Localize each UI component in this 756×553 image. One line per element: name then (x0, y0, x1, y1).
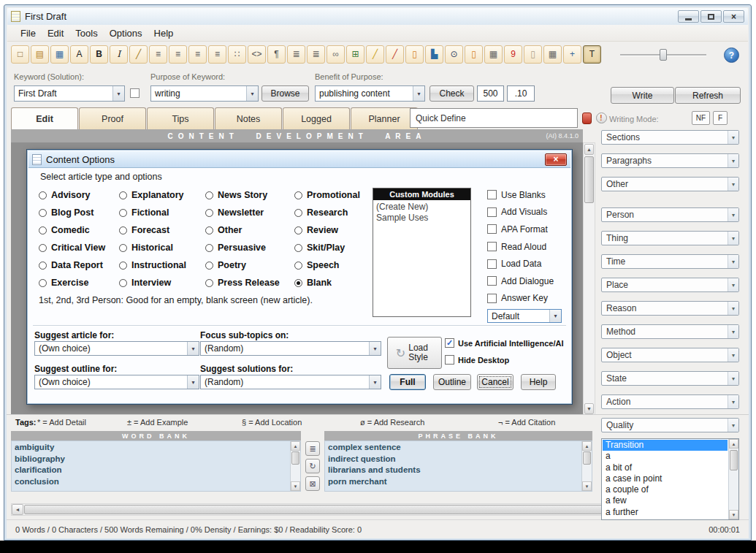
date-icon[interactable]: 9 (504, 45, 522, 64)
radio-instructional[interactable]: Instructional (119, 256, 205, 274)
checkbox-answer-key[interactable]: Answer Key (487, 290, 554, 308)
code-icon[interactable]: <> (248, 45, 266, 64)
scroll-up-icon[interactable]: ▲ (729, 439, 738, 449)
word-bank-item[interactable]: clarification (15, 465, 289, 476)
scroll-down-icon[interactable]: ▼ (729, 510, 738, 519)
table-icon[interactable]: ⊞ (346, 45, 364, 64)
purpose-dropdown[interactable]: writing ▾ (150, 85, 259, 102)
tab-tips[interactable]: Tips (147, 107, 214, 129)
radio-review[interactable]: Review (294, 221, 364, 239)
save-icon[interactable]: ▦ (50, 45, 69, 64)
radio-other[interactable]: Other (205, 221, 294, 239)
checkbox-read-aloud[interactable]: Read Aloud (487, 238, 554, 256)
sidebar-list-item[interactable]: a further (603, 507, 728, 518)
page-icon[interactable]: ▯ (405, 45, 424, 64)
sidebar-time[interactable]: Time▾ (601, 254, 739, 269)
sidebar-list-item[interactable]: a few (603, 495, 728, 506)
sidebar-list-item[interactable]: a bit of (603, 462, 728, 473)
radio-speech[interactable]: Speech (294, 256, 364, 274)
open-folder-icon[interactable]: ▤ (31, 45, 49, 64)
font-icon[interactable]: A (70, 45, 88, 64)
checkbox-add-dialogue[interactable]: Add Dialogue (487, 272, 554, 290)
scroll-thumb[interactable] (583, 451, 591, 465)
words-input[interactable]: 500 (477, 85, 504, 102)
phrase-bank-item[interactable]: indirect question (328, 454, 580, 465)
custom-modules-list[interactable]: (Create New)Sample Uses (373, 200, 470, 225)
radio-interview[interactable]: Interview (119, 274, 205, 291)
radio-advisory[interactable]: Advisory (39, 186, 119, 204)
justify-icon[interactable]: ≡ (208, 45, 226, 64)
radio-promotional[interactable]: Promotional (294, 186, 364, 204)
delete-icon[interactable]: ⊠ (305, 476, 320, 491)
focus-dropdown[interactable]: (Random) ▾ (200, 341, 381, 356)
radio-newsletter[interactable]: Newsletter (205, 204, 294, 221)
load-style-button[interactable]: ↻ Load Style (387, 337, 442, 369)
phrase-bank-item[interactable]: porn merchant (328, 476, 580, 488)
scroll-up-icon[interactable]: ▲ (291, 441, 300, 451)
word-bank-scrollbar[interactable]: ▲ ▼ (290, 441, 300, 491)
browse-button[interactable]: Browse (261, 85, 309, 102)
checkbox-load-data[interactable]: Load Data (487, 255, 554, 272)
menu-edit[interactable]: Edit (42, 26, 69, 40)
move-icon[interactable]: + (563, 45, 581, 64)
quick-define-input[interactable]: Quick Define (410, 108, 578, 128)
note-icon[interactable]: ▯ (465, 45, 483, 64)
cancel-button[interactable]: Cancel (477, 374, 513, 390)
search-icon[interactable]: ⊙ (445, 45, 463, 64)
sidebar-list-item[interactable]: a (603, 451, 728, 462)
sidebar-paragraphs[interactable]: Paragraphs▾ (601, 153, 739, 168)
radio-historical[interactable]: Historical (119, 239, 205, 256)
sidebar-list-item[interactable]: a couple of (603, 484, 728, 495)
radio-forecast[interactable]: Forecast (119, 221, 205, 239)
radio-poetry[interactable]: Poetry (205, 256, 294, 274)
radio-blog-post[interactable]: Blog Post (39, 204, 119, 221)
sidebar-other[interactable]: Other▾ (601, 177, 739, 191)
tab-notes[interactable]: Notes (215, 107, 282, 129)
ai-checkbox[interactable]: ✓ Use Artificial Intelligence/AI (445, 338, 563, 348)
new-document-icon[interactable]: □ (11, 45, 29, 64)
scroll-thumb[interactable] (584, 156, 594, 203)
sidebar-person[interactable]: Person▾ (601, 207, 739, 222)
scroll-up-icon[interactable]: ▲ (582, 441, 592, 451)
module-item[interactable]: Sample Uses (376, 213, 467, 224)
radio-persuasive[interactable]: Persuasive (205, 239, 294, 256)
italic-icon[interactable]: I (110, 45, 128, 64)
radio-exercise[interactable]: Exercise (39, 274, 119, 291)
sidebar-list-item[interactable]: Transition (603, 440, 728, 451)
highlighter-icon[interactable]: ╱ (366, 45, 384, 64)
sidebar-sections[interactable]: Sections▾ (601, 130, 739, 145)
tab-edit[interactable]: Edit (11, 107, 78, 129)
content-scrollbar[interactable]: ▲ ▼ (583, 142, 595, 416)
sidebar-place[interactable]: Place▾ (601, 278, 739, 292)
check-button[interactable]: Check (429, 85, 474, 102)
checkbox-use-blanks[interactable]: Use Blanks (487, 186, 554, 204)
copy-icon[interactable]: ≣ (305, 441, 320, 456)
word-bank-item[interactable]: bibliography (15, 454, 289, 465)
sidebar-object[interactable]: Object▾ (601, 348, 739, 362)
define-icon-button[interactable] (580, 110, 593, 126)
pen-icon[interactable]: ╱ (129, 45, 148, 64)
sidebar-action[interactable]: Action▾ (601, 394, 739, 409)
align-left-icon[interactable]: ≡ (149, 45, 167, 64)
menu-file[interactable]: File (15, 26, 42, 40)
radio-blank[interactable]: Blank (294, 274, 364, 291)
word-bank-item[interactable]: ambiguity (15, 442, 289, 454)
suggest-solutions-dropdown[interactable]: (Random) ▾ (200, 375, 381, 389)
default-dropdown[interactable]: Default ▾ (487, 309, 562, 323)
hide-desktop-checkbox[interactable]: Hide Desktop (445, 355, 509, 365)
grid-icon[interactable]: ▦ (543, 45, 562, 64)
radio-news-story[interactable]: News Story (205, 186, 294, 204)
text-tool-icon[interactable]: T (583, 45, 601, 64)
keyword-dropdown[interactable]: First Draft ▾ (14, 85, 125, 102)
blank-page-icon[interactable]: ▯ (524, 45, 542, 64)
scroll-down-icon[interactable]: ▼ (584, 403, 594, 414)
benefit-dropdown[interactable]: publishing content ▾ (315, 85, 425, 102)
calculator-icon[interactable]: ▦ (484, 45, 503, 64)
radio-comedic[interactable]: Comedic (39, 221, 119, 239)
radio-skit-play[interactable]: Skit/Play (294, 239, 364, 256)
bullet-list-icon[interactable]: ∷ (228, 45, 246, 64)
sidebar-list-item[interactable]: a case in point (603, 473, 728, 484)
chart-icon[interactable]: ▙ (425, 45, 443, 64)
phrase-bank-scrollbar[interactable]: ▲ ▼ (581, 441, 592, 491)
radio-data-report[interactable]: Data Report (39, 256, 119, 274)
